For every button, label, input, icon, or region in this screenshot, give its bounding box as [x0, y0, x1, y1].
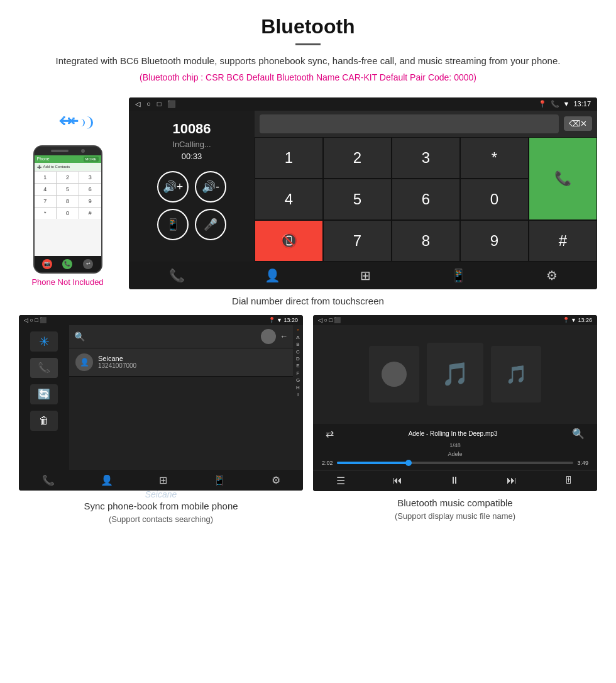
bt-arc-large	[87, 116, 93, 129]
dial-input-field[interactable]	[260, 114, 559, 133]
pb-letter-b[interactable]: B	[296, 342, 299, 348]
pb-letter-f[interactable]: F	[297, 370, 300, 377]
title-underline	[295, 43, 321, 45]
phone-top-bar	[35, 147, 101, 155]
pb-letter-star[interactable]: *	[297, 328, 299, 334]
phone-key-7[interactable]: 7	[35, 196, 57, 207]
phone-key-4[interactable]: 4	[35, 184, 57, 195]
numpad-2[interactable]: 2	[323, 137, 392, 179]
pb-call-icon[interactable]: 📞	[30, 358, 58, 378]
volume-up-btn[interactable]: 🔊+	[157, 171, 189, 203]
phone-screen: Phone MORE ➕Add to Contacts 1 2 3 4 5 6 …	[35, 155, 101, 256]
music-nav-play[interactable]: ⏸	[449, 475, 459, 487]
nav-home-icon: ○	[146, 100, 151, 108]
phone-more-btn[interactable]: MORE	[84, 157, 99, 162]
pb-sync-icon[interactable]: 🔄	[30, 384, 58, 404]
music-time-current: 2:02	[322, 460, 333, 466]
phone-key-8[interactable]: 8	[57, 196, 79, 207]
pb-delete-icon[interactable]: 🗑	[30, 411, 58, 431]
music-nav-next[interactable]: ⏭	[507, 475, 517, 487]
music-nav-bar: ☰ ⏮ ⏸ ⏭ 🎚	[313, 470, 597, 491]
bottom-row: ◁ ○ □ ⬛ 📍 ▼ 13:20 ✳ 📞 🔄 🗑 🔍 ←	[0, 315, 616, 526]
phonebook-screenshot: ◁ ○ □ ⬛ 📍 ▼ 13:20 ✳ 📞 🔄 🗑 🔍 ←	[19, 315, 303, 526]
numpad-8[interactable]: 8	[392, 220, 460, 262]
car-status-right: 📍 📞 ▼ 13:17	[538, 100, 591, 108]
pb-nav-settings[interactable]: ⚙	[272, 474, 280, 486]
pb-main: 🔍 ← 👤 Seicane 13241007000	[69, 325, 293, 470]
numpad-9[interactable]: 9	[460, 220, 529, 262]
nav-back-icon: ◁	[135, 100, 140, 108]
music-artist: Adele	[448, 451, 462, 457]
phone-key-5[interactable]: 5	[57, 184, 79, 195]
pb-nav-call[interactable]: 📞	[42, 474, 55, 486]
numpad-5[interactable]: 5	[323, 179, 392, 220]
pb-nav-transfer[interactable]: 📱	[213, 474, 226, 486]
music-nav-prev[interactable]: ⏮	[392, 475, 402, 487]
numpad-1[interactable]: 1	[255, 137, 323, 179]
numpad-4[interactable]: 4	[255, 179, 323, 220]
nav-transfer-icon[interactable]: 📱	[451, 268, 466, 283]
pb-letter-h[interactable]: H	[296, 385, 300, 391]
pb-nav-keypad[interactable]: ⊞	[159, 474, 167, 486]
phone-key-2[interactable]: 2	[57, 172, 79, 183]
pb-letter-e[interactable]: E	[296, 363, 299, 369]
bt-signal-waves	[81, 116, 93, 129]
album-art-right: 🎵	[491, 346, 541, 403]
pb-back-arrow[interactable]: ←	[280, 331, 288, 341]
nav-settings-icon[interactable]: ⚙	[546, 268, 558, 283]
pb-letter-d[interactable]: D	[296, 356, 300, 362]
phone-key-0[interactable]: 0	[57, 208, 79, 219]
music-progress-bar[interactable]	[337, 462, 574, 464]
music-nav-list[interactable]: ☰	[336, 475, 345, 487]
nav-contacts-icon[interactable]: 👤	[265, 268, 280, 283]
pb-letter-i[interactable]: I	[297, 392, 299, 398]
phone-back-btn[interactable]: ↩	[83, 259, 93, 269]
pb-contact-avatar: 👤	[75, 353, 93, 371]
phone-call-btn[interactable]: 📞	[62, 259, 72, 269]
call-end-btn[interactable]: 📵	[255, 220, 323, 262]
music-track-num: 1/48	[449, 442, 461, 448]
pb-nav-contacts[interactable]: 👤	[101, 474, 113, 486]
bluetooth-specs: (Bluetooth chip : CSR BC6 Default Blueto…	[25, 72, 591, 82]
phone-bottom-bar: 📷 📞 ↩	[35, 256, 101, 272]
transfer-call-btn[interactable]: 📱	[157, 209, 189, 240]
music-screen: ◁ ○ □ ⬛ 📍 ▼ 13:26 🎵 🎵	[313, 315, 597, 491]
phone-key-9[interactable]: 9	[79, 196, 101, 207]
shuffle-icon[interactable]: ⇄	[326, 428, 334, 440]
numpad-6[interactable]: 6	[392, 179, 460, 220]
page-title: Bluetooth	[25, 15, 591, 38]
pb-letter-g[interactable]: G	[296, 377, 300, 384]
numpad-hash[interactable]: #	[529, 220, 597, 262]
car-screen-wrap: ◁ ○ □ ⬛ 📍 📞 ▼ 13:17 10086 InCalling...	[129, 97, 597, 289]
phone-end-btn[interactable]: 📷	[42, 259, 52, 269]
phone-key-3[interactable]: 3	[79, 172, 101, 183]
phone-illustration: ⬾ Phone MORE ➕Add to Contacts	[19, 104, 116, 287]
pb-letter-a[interactable]: A	[296, 335, 299, 341]
numpad-star[interactable]: *	[460, 137, 529, 179]
phone-key-hash[interactable]: #	[79, 208, 101, 219]
pb-search-field[interactable]	[89, 331, 257, 342]
dial-status: InCalling...	[172, 140, 211, 149]
numpad: 1 2 3 * 📞 4 5 6 0 📵 7 8 9 #	[255, 137, 597, 262]
mute-btn[interactable]: 🎤	[195, 209, 226, 240]
nav-keypad-icon[interactable]: ⊞	[360, 268, 371, 283]
numpad-0[interactable]: 0	[460, 179, 529, 220]
location-icon: 📍	[538, 100, 547, 108]
phone-key-1[interactable]: 1	[35, 172, 57, 183]
numpad-3[interactable]: 3	[392, 137, 460, 179]
music-note-icon-right: 🎵	[505, 364, 527, 385]
search-music-icon[interactable]: 🔍	[572, 428, 585, 440]
dial-backspace-btn[interactable]: ⌫✕	[564, 116, 592, 131]
numpad-7[interactable]: 7	[323, 220, 392, 262]
phone-key-star[interactable]: *	[35, 208, 57, 219]
phone-keypad: 1 2 3 4 5 6 7 8 9 * 0 #	[35, 172, 101, 219]
volume-down-btn[interactable]: 🔊-	[195, 171, 226, 203]
music-progress-row: 2:02 3:49	[317, 460, 593, 466]
phone-key-6[interactable]: 6	[79, 184, 101, 195]
nav-calls-icon[interactable]: 📞	[169, 268, 185, 283]
pb-contact-row[interactable]: 👤 Seicane 13241007000	[69, 348, 293, 377]
music-nav-equalizer[interactable]: 🎚	[564, 475, 574, 487]
pb-status-bar: ◁ ○ □ ⬛ 📍 ▼ 13:20	[19, 315, 303, 325]
call-answer-btn[interactable]: 📞	[529, 137, 597, 220]
pb-letter-c[interactable]: C	[296, 349, 300, 355]
